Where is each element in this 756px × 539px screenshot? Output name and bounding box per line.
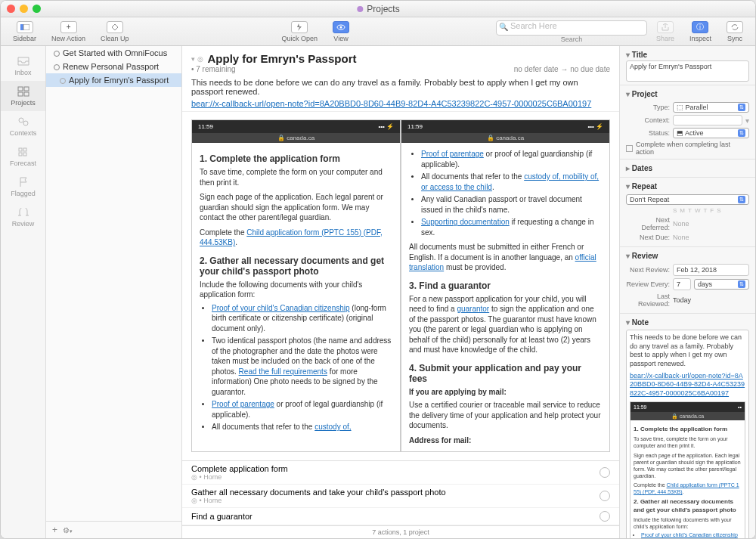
zoom-window-button[interactable] [33, 5, 41, 13]
type-select[interactable]: ⬚ Parallel⇅ [673, 102, 749, 113]
flag-icon [16, 176, 31, 188]
action-row[interactable]: Complete application form ◎ • Home [182, 461, 619, 485]
sidebar-item-label: Forecast [10, 160, 36, 167]
sync-button[interactable]: Sync [720, 20, 749, 44]
app-window: Projects Sidebar + New Action Clean Up Q… [0, 0, 756, 539]
inspector-section-dates[interactable]: Dates [626, 163, 749, 174]
svg-rect-12 [23, 148, 26, 151]
section-heading: 3. Find a guarantor [409, 280, 602, 291]
status-label: Status: [626, 129, 670, 137]
note-text: This needs to be done before we can do a… [630, 333, 745, 369]
next-review-field[interactable]: Feb 12, 2018 [673, 264, 749, 276]
share-label: Share [656, 35, 674, 42]
review-every-unit[interactable]: days⇅ [694, 279, 749, 290]
window-title: Projects [356, 4, 399, 14]
title-field[interactable]: Apply for Emryn's Passport [626, 60, 749, 82]
next-due-value: None [673, 234, 749, 241]
svg-rect-1 [20, 24, 23, 30]
action-context: Home [203, 473, 222, 481]
inspector-section-repeat[interactable]: Repeat [626, 181, 749, 192]
sidebar-item-forecast[interactable]: Forecast [1, 141, 45, 172]
embedded-screenshot: 11:59••• ⚡ 🔒 canada.ca 1. Complete the a… [191, 119, 610, 452]
outline-project-selected[interactable]: Apply for Emryn's Passport [46, 73, 181, 87]
project-header: ▾ ◎ Apply for Emryn's Passport • 7 remai… [182, 46, 619, 112]
repeat-select[interactable]: Don't Repeat⇅ [626, 194, 749, 205]
body-text: Include the following documents with you… [200, 280, 392, 300]
inspector: Title Apply for Emryn's Passport Project… [619, 46, 755, 538]
note-preview[interactable]: 11:59••• ⚡ 🔒 canada.ca 1. Complete the a… [182, 112, 619, 460]
bolt-icon [296, 23, 303, 31]
complete-checkbox[interactable] [600, 491, 610, 501]
action-row[interactable]: Gather all necessary documents and take … [182, 485, 619, 508]
action-title: Complete application form [191, 464, 600, 473]
share-icon [662, 23, 669, 31]
doc-link: Proof of parentage [212, 400, 274, 408]
close-window-button[interactable] [7, 5, 15, 13]
doc-link: custody of, [314, 423, 351, 431]
new-action-label: New Action [51, 35, 85, 42]
bear-link[interactable]: bear://x-callback-url/open-note?id=8A20B… [191, 99, 610, 108]
svg-rect-11 [19, 148, 22, 151]
inspect-label: Inspect [689, 35, 711, 42]
quick-open-button[interactable]: Quick Open [276, 20, 324, 44]
sync-icon [731, 23, 739, 31]
clean-up-button[interactable]: Clean Up [94, 20, 135, 44]
inspector-section-title[interactable]: Title [626, 49, 749, 60]
status-bar: 7 actions, 1 project [182, 525, 619, 538]
body: Inbox Projects Contexts Forecast Flagged… [1, 46, 755, 538]
review-every-num[interactable]: 7 [673, 278, 691, 290]
sidebar-item-inbox[interactable]: Inbox [1, 51, 45, 81]
gear-menu[interactable]: ⚙ [63, 526, 70, 534]
projects-icon [16, 85, 31, 98]
sidebar-item-flagged[interactable]: Flagged [1, 172, 45, 202]
svg-point-10 [23, 121, 28, 125]
note-link[interactable]: bear://x-callback-url/open-note?id=8A20B… [630, 372, 745, 398]
context-label: Context: [626, 116, 670, 124]
svg-point-4 [340, 26, 342, 28]
svg-rect-2 [23, 24, 29, 30]
project-title: Apply for Emryn's Passport [208, 52, 357, 65]
outline-project[interactable]: Get Started with OmniFocus [46, 46, 181, 60]
sidebar-item-label: Inbox [14, 69, 31, 76]
minimize-window-button[interactable] [20, 5, 28, 13]
action-row[interactable]: Find a guarantor [182, 508, 619, 525]
view-button[interactable]: View [327, 20, 355, 44]
contexts-icon [16, 116, 31, 128]
action-title: Find a guarantor [191, 512, 600, 521]
inspect-button[interactable]: ⓘ Inspect [683, 20, 717, 44]
traffic-lights [7, 5, 41, 13]
days-of-week: SMTWTFS [673, 207, 749, 214]
new-action-button[interactable]: + New Action [45, 20, 91, 44]
status-select[interactable]: ⬒ Active⇅ [673, 128, 749, 138]
clean-up-label: Clean Up [101, 35, 129, 42]
complete-checkbox[interactable] [600, 511, 610, 522]
sidebar-item-review[interactable]: Review [1, 202, 45, 232]
disclosure-icon[interactable]: ▾ ◎ [191, 55, 203, 63]
body-text: Sign each page of the application. Each … [200, 192, 392, 223]
share-button[interactable]: Share [650, 20, 680, 44]
sidebar-toggle-button[interactable]: Sidebar [7, 20, 42, 44]
window-title-text: Projects [367, 4, 399, 14]
search-placeholder: Search Here [510, 21, 557, 30]
sidebar-item-label: Projects [11, 99, 36, 107]
inspector-section-note[interactable]: Note [626, 317, 749, 328]
outline-project[interactable]: Renew Personal Passport [46, 60, 181, 73]
inspector-section-review[interactable]: Review [626, 250, 749, 262]
eye-icon [336, 24, 345, 30]
phone-time: 11:59 [407, 123, 423, 130]
complete-checkbox[interactable] [600, 467, 610, 478]
complete-when-checkbox[interactable]: Complete when completing last action [626, 141, 749, 156]
svg-point-9 [19, 118, 23, 122]
search-input[interactable]: Search Here [496, 20, 647, 36]
inspector-section-project[interactable]: Project [626, 88, 749, 100]
project-outline: Get Started with OmniFocus Renew Persona… [46, 46, 182, 538]
context-field[interactable] [673, 115, 742, 125]
note-field[interactable]: This needs to be done before we can do a… [626, 330, 749, 538]
app-icon [356, 5, 364, 13]
sidebar-item-contexts[interactable]: Contexts [1, 111, 45, 141]
svg-rect-13 [19, 153, 22, 156]
add-button[interactable]: + [52, 525, 57, 535]
inbox-icon [16, 55, 31, 67]
titlebar: Projects [1, 1, 755, 17]
sidebar-item-projects[interactable]: Projects [1, 81, 45, 111]
